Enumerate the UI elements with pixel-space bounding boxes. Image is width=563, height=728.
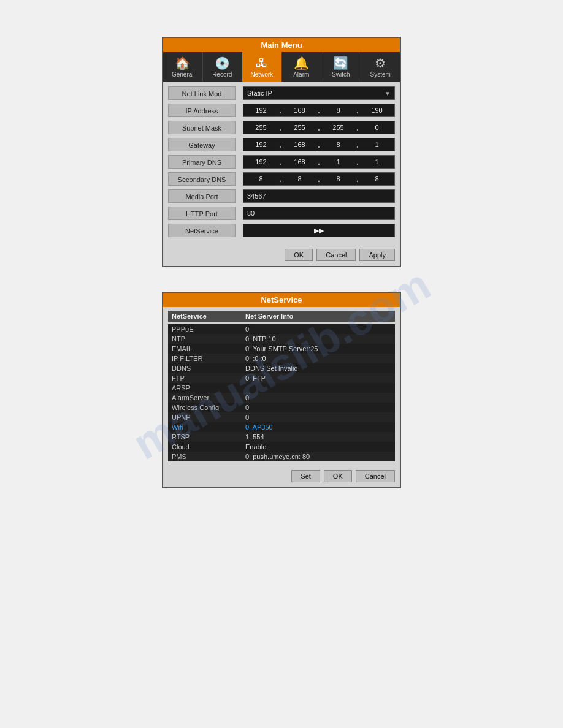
- list-item[interactable]: UPNP0: [168, 412, 395, 422]
- ns-info-cell: Enable: [242, 442, 395, 452]
- mediaport-label: Media Port: [168, 189, 236, 203]
- ns-info-cell: 0: AP350: [242, 422, 395, 432]
- pdns-octet-2[interactable]: 168: [282, 156, 317, 168]
- ns-info-cell: 0: :0 :0: [242, 354, 395, 363]
- list-item[interactable]: IP FILTER0: :0 :0: [168, 354, 395, 363]
- ns-service-cell: Wifi: [168, 422, 242, 432]
- ip-octet-3[interactable]: 8: [321, 104, 356, 116]
- httpport-input[interactable]: 80: [243, 207, 395, 220]
- netlinkmod-label: Net Link Mod: [168, 86, 236, 100]
- ipaddress-label: IP Address: [168, 104, 236, 117]
- httpport-value: 80: [247, 210, 255, 217]
- network-icon: 🖧: [256, 57, 268, 69]
- network-form: Net Link Mod Static IP ▼ IP Address 192 …: [163, 82, 400, 244]
- list-item[interactable]: AlarmServer0:: [168, 393, 395, 403]
- list-item[interactable]: NTP0: NTP:10: [168, 334, 395, 344]
- list-item[interactable]: CloudEnable: [168, 442, 395, 452]
- nav-network[interactable]: 🖧 Network: [242, 52, 282, 82]
- ns-cancel-button[interactable]: Cancel: [356, 470, 395, 482]
- nav-alarm[interactable]: 🔔 Alarm: [282, 52, 322, 82]
- mediaport-input[interactable]: 34567: [243, 189, 395, 203]
- ns-service-cell: FTP: [168, 373, 242, 383]
- sdns-octet-2[interactable]: 8: [282, 173, 317, 185]
- primarydns-label: Primary DNS: [168, 155, 236, 169]
- list-item[interactable]: Wifi0: AP350: [168, 422, 395, 432]
- set-button[interactable]: Set: [291, 470, 320, 482]
- secondarydns-field[interactable]: 8 . 8 . 8 . 8: [243, 172, 395, 186]
- ns-info-cell: 0: push.umeye.cn: 80: [242, 452, 395, 461]
- nav-record[interactable]: 💿 Record: [203, 52, 243, 82]
- ns-service-cell: AlarmServer: [168, 393, 242, 403]
- ns-info-cell: 1: 554: [242, 432, 395, 442]
- netservice-dialog-title: NetService: [163, 293, 400, 307]
- list-item[interactable]: Wireless Config0: [168, 403, 395, 412]
- netservice-buttons: Set OK Cancel: [163, 465, 400, 487]
- nav-switch-label: Switch: [332, 71, 350, 78]
- page-container: Main Menu 🏠 General 💿 Record 🖧 Network 🔔…: [0, 0, 563, 728]
- netservice-arrows: ▶▶: [314, 227, 324, 235]
- list-item[interactable]: FTP0: FTP: [168, 373, 395, 383]
- ok-button[interactable]: OK: [285, 249, 313, 261]
- apply-button[interactable]: Apply: [359, 249, 395, 261]
- mask-octet-1[interactable]: 255: [243, 121, 278, 134]
- chevron-down-icon: ▼: [385, 90, 391, 97]
- nav-system[interactable]: ⚙ System: [361, 52, 400, 82]
- gw-octet-4[interactable]: 1: [359, 138, 394, 151]
- nav-general[interactable]: 🏠 General: [163, 52, 203, 82]
- ip-octet-2[interactable]: 168: [282, 104, 317, 116]
- nav-system-label: System: [370, 71, 391, 78]
- ns-ok-button[interactable]: OK: [324, 470, 352, 482]
- ip-octet-1[interactable]: 192: [243, 104, 278, 116]
- gw-octet-1[interactable]: 192: [243, 138, 278, 151]
- ns-service-cell: Cloud: [168, 442, 242, 452]
- list-item[interactable]: RTSP1: 554: [168, 432, 395, 442]
- gw-octet-2[interactable]: 168: [282, 138, 317, 151]
- netservice-row: NetService ▶▶: [168, 223, 395, 238]
- httpport-row: HTTP Port 80: [168, 206, 395, 221]
- secondarydns-row: Secondary DNS 8 . 8 . 8 . 8: [168, 172, 395, 186]
- netlinkmod-value: Static IP: [247, 89, 272, 97]
- netservice-table-header: NetService Net Server Info: [168, 311, 395, 322]
- secondarydns-label: Secondary DNS: [168, 172, 236, 186]
- nav-switch[interactable]: 🔄 Switch: [321, 52, 361, 82]
- netlinkmod-dropdown[interactable]: Static IP ▼: [243, 86, 395, 100]
- gateway-row: Gateway 192 . 168 . 8 . 1: [168, 137, 395, 152]
- sdns-octet-3[interactable]: 8: [321, 173, 356, 185]
- nav-network-label: Network: [250, 71, 273, 78]
- list-item[interactable]: PPPoE0:: [168, 324, 395, 334]
- subnetmask-label: Subnet Mask: [168, 121, 236, 134]
- ipaddress-row: IP Address 192 . 168 . 8 . 190: [168, 103, 395, 118]
- netservice-body: NetService Net Server Info PPPoE0:NTP0: …: [163, 307, 400, 465]
- list-item[interactable]: PMS0: push.umeye.cn: 80: [168, 452, 395, 461]
- pdns-octet-3[interactable]: 1: [321, 156, 356, 168]
- list-item[interactable]: DDNSDDNS Set Invalid: [168, 363, 395, 373]
- gateway-field[interactable]: 192 . 168 . 8 . 1: [243, 138, 395, 151]
- primarydns-field[interactable]: 192 . 168 . 1 . 1: [243, 155, 395, 169]
- ipaddress-field[interactable]: 192 . 168 . 8 . 190: [243, 104, 395, 117]
- ns-info-cell: 0: Your SMTP Server:25: [242, 344, 395, 354]
- cancel-button[interactable]: Cancel: [316, 249, 356, 261]
- netservice-table: PPPoE0:NTP0: NTP:10EMAIL0: Your SMTP Ser…: [168, 324, 395, 461]
- ns-service-cell: PMS: [168, 452, 242, 461]
- pdns-octet-4[interactable]: 1: [359, 156, 394, 168]
- subnetmask-row: Subnet Mask 255 . 255 . 255 . 0: [168, 120, 395, 135]
- ns-service-cell: Wireless Config: [168, 403, 242, 412]
- mask-octet-4[interactable]: 0: [359, 121, 394, 134]
- mask-octet-3[interactable]: 255: [321, 121, 356, 134]
- mask-octet-2[interactable]: 255: [282, 121, 317, 134]
- sdns-octet-4[interactable]: 8: [359, 173, 394, 185]
- ip-octet-4[interactable]: 190: [359, 104, 394, 116]
- home-icon: 🏠: [175, 57, 190, 69]
- ns-info-cell: 0: [242, 403, 395, 412]
- ns-col1-header: NetService: [172, 313, 245, 320]
- pdns-octet-1[interactable]: 192: [243, 156, 278, 168]
- list-item[interactable]: EMAIL0: Your SMTP Server:25: [168, 344, 395, 354]
- netlinkmod-row: Net Link Mod Static IP ▼: [168, 86, 395, 100]
- gw-octet-3[interactable]: 8: [321, 138, 356, 151]
- netservice-button[interactable]: ▶▶: [243, 224, 395, 237]
- system-icon: ⚙: [375, 57, 386, 69]
- ns-service-cell: PPPoE: [168, 324, 242, 334]
- sdns-octet-1[interactable]: 8: [243, 173, 278, 185]
- list-item[interactable]: ARSP: [168, 383, 395, 393]
- subnetmask-field[interactable]: 255 . 255 . 255 . 0: [243, 121, 395, 134]
